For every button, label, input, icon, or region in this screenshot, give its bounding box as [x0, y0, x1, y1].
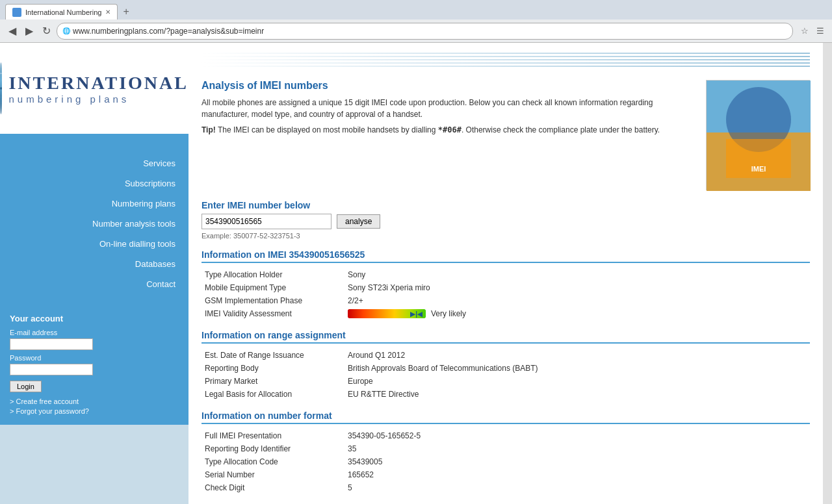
- table-row: Primary Market Europe: [202, 375, 810, 388]
- field-value: Around Q1 2012: [344, 349, 810, 362]
- scrollbar[interactable]: [823, 43, 832, 504]
- imei-input[interactable]: [202, 214, 332, 229]
- table-row: Type Allocation Holder Sony: [202, 268, 810, 281]
- nav-extras: ☆ ☰: [798, 25, 827, 37]
- sidebar-item-databases[interactable]: Databases: [0, 254, 188, 274]
- field-value: 165652: [344, 468, 810, 481]
- databases-link[interactable]: Databases: [135, 259, 176, 269]
- logo-title: INTERNATIONAL: [8, 73, 188, 94]
- input-row: analyse: [202, 214, 810, 229]
- address-bar[interactable]: [73, 27, 787, 36]
- site-logo: INTERNATIONAL numbering plans: [0, 43, 188, 134]
- forward-button[interactable]: ▶: [22, 23, 36, 38]
- sidebar-item-numbering[interactable]: Numbering plans: [0, 194, 188, 214]
- validity-arrow: ▶|◀: [410, 310, 422, 318]
- account-title: Your account: [10, 314, 179, 323]
- header-line-3: [202, 59, 810, 60]
- validity-indicator: ▶|◀: [410, 309, 422, 318]
- analysis-link[interactable]: Number analysis tools: [92, 219, 176, 229]
- field-value: 35: [344, 442, 810, 455]
- field-label: Reporting Body: [202, 362, 344, 375]
- table-row: Serial Number 165652: [202, 468, 810, 481]
- email-label: E-mail address: [10, 329, 179, 336]
- validity-gradient-bar: ▶|◀: [348, 309, 426, 318]
- header-line-5: [202, 66, 810, 67]
- sidebar: INTERNATIONAL numbering plans Services S…: [0, 43, 188, 504]
- field-label: Type Allocation Code: [202, 455, 344, 468]
- field-label: Type Allocation Holder: [202, 268, 344, 281]
- sidebar-item-contact[interactable]: Contact: [0, 274, 188, 294]
- menu-button[interactable]: ☰: [814, 25, 827, 37]
- logo-text: INTERNATIONAL numbering plans: [8, 73, 188, 105]
- dialling-link[interactable]: On-line dialling tools: [99, 239, 176, 249]
- table-row: Legal Basis for Allocation EU R&TTE Dire…: [202, 388, 810, 401]
- validity-cell: ▶|◀ Very likely: [344, 307, 810, 320]
- table-row: Type Allocation Code 35439005: [202, 455, 810, 468]
- field-value: EU R&TTE Directive: [344, 388, 810, 401]
- header-line-2: [202, 56, 810, 57]
- back-button[interactable]: ◀: [5, 23, 20, 38]
- example-text: Example: 350077-52-323751-3: [202, 232, 810, 240]
- field-value: 354390-05-165652-5: [344, 429, 810, 442]
- tip-body: The IMEI can be displayed on most mobile…: [216, 125, 438, 134]
- nav-bar: ◀ ▶ ↻ 🌐 ☆ ☰: [0, 19, 832, 43]
- field-label: Full IMEI Presentation: [202, 429, 344, 442]
- tab-bar: International Numbering ✕ +: [0, 0, 832, 19]
- login-button[interactable]: Login: [10, 381, 42, 392]
- password-field[interactable]: [10, 364, 93, 375]
- validity-label: Very likely: [431, 309, 466, 318]
- field-label: IMEI Validity Assessment: [202, 307, 344, 320]
- create-account-link[interactable]: > Create free account: [10, 397, 179, 405]
- security-icon: 🌐: [62, 27, 70, 34]
- sidebar-item-services[interactable]: Services: [0, 153, 188, 173]
- field-label: Check Digit: [202, 481, 344, 494]
- account-section: Your account E-mail address Password Log…: [0, 307, 188, 425]
- analysis-image: IMEI: [706, 80, 810, 190]
- tip-text: Tip! The IMEI can be displayed on most m…: [202, 124, 693, 136]
- contact-link[interactable]: Contact: [146, 279, 176, 289]
- table-row: GSM Implementation Phase 2/2+: [202, 294, 810, 307]
- forgot-password-link[interactable]: > Forgot your password?: [10, 407, 179, 415]
- analysis-header: Analysis of IMEI numbers All mobile phon…: [202, 80, 810, 190]
- tip-code: *#06#: [438, 125, 462, 134]
- field-label: Primary Market: [202, 375, 344, 388]
- new-tab-button[interactable]: +: [120, 6, 131, 18]
- services-link[interactable]: Services: [143, 158, 176, 168]
- field-label: Reporting Body Identifier: [202, 442, 344, 455]
- field-label: Mobile Equipment Type: [202, 281, 344, 294]
- subscriptions-link[interactable]: Subscriptions: [125, 179, 176, 188]
- sidebar-item-subscriptions[interactable]: Subscriptions: [0, 173, 188, 194]
- imei-info-section: Information on IMEI 354390051656525 Type…: [202, 249, 810, 320]
- active-tab[interactable]: International Numbering ✕: [5, 4, 118, 19]
- table-row: Reporting Body Identifier 35: [202, 442, 810, 455]
- sidebar-item-analysis[interactable]: Number analysis tools: [0, 214, 188, 234]
- range-info-title: Information on range assignment: [202, 330, 810, 344]
- sidebar-nav-bg: Services Subscriptions Numbering plans N…: [0, 134, 188, 425]
- tip-suffix: . Otherwise check the compliance plate u…: [462, 125, 660, 134]
- field-value: 5: [344, 481, 810, 494]
- analysis-text: Analysis of IMEI numbers All mobile phon…: [202, 80, 693, 190]
- tip-bold-label: Tip!: [202, 125, 216, 134]
- table-row: Check Digit 5: [202, 481, 810, 494]
- email-field[interactable]: [10, 338, 93, 350]
- tab-close-button[interactable]: ✕: [105, 8, 110, 16]
- header-line-4: [202, 62, 810, 64]
- password-label: Password: [10, 354, 179, 362]
- format-info-title: Information on number format: [202, 410, 810, 424]
- input-section: Enter IMEI number below analyse Example:…: [202, 200, 810, 240]
- refresh-button[interactable]: ↻: [39, 23, 54, 38]
- content-area: Analysis of IMEI numbers All mobile phon…: [188, 70, 823, 504]
- format-info-table: Full IMEI Presentation 354390-05-165652-…: [202, 429, 810, 494]
- field-label: Legal Basis for Allocation: [202, 388, 344, 401]
- sidebar-item-dialling[interactable]: On-line dialling tools: [0, 234, 188, 254]
- numbering-link[interactable]: Numbering plans: [112, 199, 176, 208]
- header-decoration: [188, 43, 823, 70]
- table-row: Reporting Body British Approvals Board o…: [202, 362, 810, 375]
- tab-title: International Numbering: [25, 8, 101, 16]
- bookmark-star-button[interactable]: ☆: [798, 25, 811, 37]
- field-value: 2/2+: [344, 294, 810, 307]
- validity-bar: ▶|◀ Very likely: [348, 309, 807, 318]
- field-label: Est. Date of Range Issuance: [202, 349, 344, 362]
- analyse-button[interactable]: analyse: [337, 214, 380, 229]
- field-value: Europe: [344, 375, 810, 388]
